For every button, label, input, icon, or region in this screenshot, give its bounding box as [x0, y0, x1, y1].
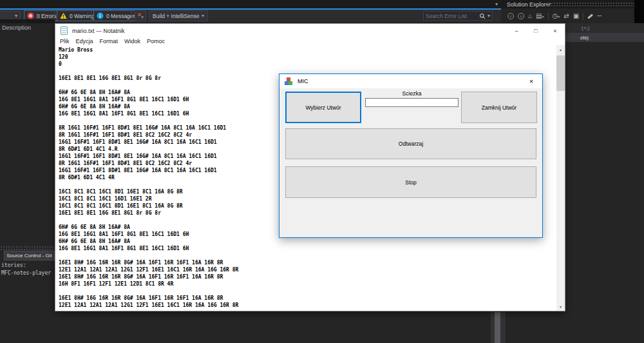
maximize-button[interactable]: □ [526, 24, 545, 37]
app-icon [285, 77, 293, 86]
chevron-down-icon: ▾ [202, 13, 204, 19]
search-input[interactable] [426, 13, 479, 19]
desktop: ▾ Solution Explorer ▾ 0 Errors 0 Warning… [0, 0, 644, 343]
build-filter-value: Build + IntelliSense [153, 13, 200, 19]
toolbar-separator [548, 13, 549, 20]
search-icon[interactable] [479, 13, 486, 19]
sync-icon[interactable]: ⇄ [564, 13, 569, 19]
vertical-scrollbar[interactable] [491, 312, 506, 343]
build-filter-dropdown[interactable]: Build + IntelliSense ▾ [149, 10, 208, 21]
chevron-down-icon: ▾ [558, 15, 560, 19]
menu-format[interactable]: Format [100, 38, 118, 44]
play-button[interactable]: Odtwarzaj [285, 128, 536, 159]
choose-song-button[interactable]: Wybierz Utwór [285, 92, 361, 123]
solution-explorer-search-row[interactable]: (+;) [565, 23, 644, 34]
panel-grip-texture [0, 246, 55, 251]
minimize-button[interactable]: – [507, 24, 526, 37]
source-control-git-label: Source Control - Git [6, 253, 52, 259]
folder-icon: ▤ [536, 12, 542, 19]
panel-grip-texture [545, 2, 634, 7]
git-repo-name: MFC-notes-player [1, 270, 51, 276]
solution-node-row[interactable]: cts) [565, 34, 644, 42]
chevron-down-icon: ▾ [15, 13, 17, 19]
forward-icon[interactable]: › [518, 13, 524, 19]
home-icon[interactable]: ⌂ [528, 13, 532, 19]
switch-views-button[interactable]: ▤▾ [536, 13, 544, 19]
toolbar-separator [91, 12, 91, 20]
errors-label: 0 Errors [37, 13, 56, 19]
menu-pomoc[interactable]: Pomoc [147, 38, 165, 44]
mic-titlebar[interactable]: MIC × [279, 74, 542, 88]
scrollbar-thumb[interactable] [495, 312, 500, 343]
chevron-down-icon: ▾ [542, 15, 544, 19]
path-label: Sciezka [365, 90, 459, 97]
project-fragment-text: cts) [580, 35, 589, 41]
mic-dialog: MIC × Wybierz Utwór Sciezka Zamknij Utwó… [279, 74, 543, 238]
git-output-line: itories: [1, 262, 26, 268]
close-song-button[interactable]: Zamknij Utwór [461, 92, 537, 123]
error-icon [27, 12, 34, 19]
clock-icon: ◷ [553, 12, 558, 19]
scroll-up-icon[interactable]: ▲ [556, 45, 565, 54]
notepad-menubar: Plik Edycja Format Widok Pomoc [55, 37, 565, 45]
chevron-down-icon[interactable]: ▾ [495, 1, 498, 8]
warning-icon [60, 12, 67, 19]
preview-icon[interactable]: ▣ [573, 13, 579, 19]
collapse-icon[interactable]: ─ [597, 13, 601, 19]
description-column-header[interactable]: Description [2, 24, 31, 31]
pending-changes-button[interactable]: ◷▾ [553, 13, 560, 19]
scroll-down-icon[interactable]: ▼ [556, 302, 565, 311]
menu-plik[interactable]: Plik [60, 38, 70, 44]
stop-button[interactable]: Stop [285, 166, 536, 198]
error-list-search[interactable]: ▾ [423, 11, 493, 21]
solution-explorer-toolbar: ‹ › ⌂ ▤▾ ◷▾ ⇄ ▣ ─ [507, 12, 601, 21]
notepad-file-icon [61, 26, 68, 35]
close-button[interactable]: × [545, 24, 565, 37]
mic-window-title: MIC [298, 78, 308, 84]
info-icon [97, 12, 104, 19]
chevron-down-icon[interactable]: ▾ [488, 13, 490, 19]
solution-explorer-title: Solution Explorer [507, 1, 551, 8]
back-icon[interactable]: ‹ [507, 13, 514, 19]
properties-wrench-icon[interactable] [587, 14, 593, 19]
messages-toggle-button[interactable]: 0 Messages [93, 10, 139, 21]
panel-gap [0, 19, 55, 23]
filter-button[interactable] [135, 10, 146, 21]
notepad-scrollbar[interactable]: ▲ ▼ [556, 45, 565, 311]
notepad-window-title: mario.txt — Notatnik [72, 28, 125, 34]
menu-widok[interactable]: Widok [124, 38, 140, 44]
source-control-git-tab[interactable]: Source Control - Git [4, 251, 55, 260]
scrollbar-thumb[interactable] [556, 55, 565, 91]
menu-edycja[interactable]: Edycja [76, 38, 93, 44]
notepad-titlebar[interactable]: mario.txt — Notatnik – □ × [55, 24, 565, 37]
close-icon[interactable]: × [520, 74, 542, 88]
path-input[interactable] [365, 98, 459, 107]
toolbar-separator [131, 12, 132, 20]
filter-icon [137, 12, 144, 19]
search-fragment-text: (+;) [582, 25, 589, 31]
toolbar-separator [583, 13, 583, 20]
window-edge [634, 0, 644, 23]
